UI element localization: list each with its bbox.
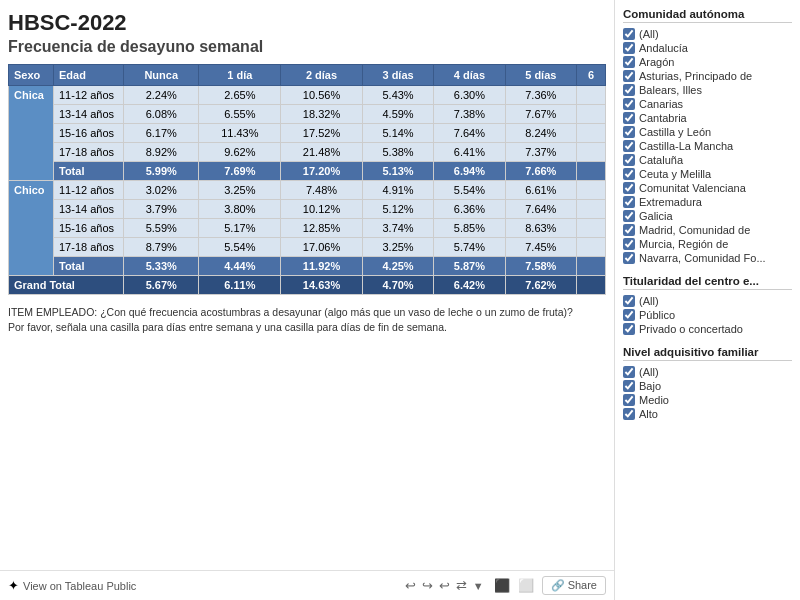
- col-header-4dias: 4 días: [434, 65, 505, 86]
- filter-item[interactable]: Galicia: [623, 209, 792, 223]
- redo-icon[interactable]: ↪: [422, 578, 433, 593]
- filter-item[interactable]: Canarias: [623, 97, 792, 111]
- table-row: 15-16 años 6.17% 11.43% 17.52% 5.14% 7.6…: [9, 124, 606, 143]
- data-cell: [577, 238, 606, 257]
- nivel-filter: Nivel adquisitivo familiar (All) Bajo Me…: [623, 346, 792, 421]
- data-cell: 17.52%: [281, 124, 363, 143]
- filter-item[interactable]: Aragón: [623, 55, 792, 69]
- data-cell: 8.79%: [124, 238, 199, 257]
- data-cell: 11.92%: [281, 257, 363, 276]
- filter-checkbox[interactable]: [623, 70, 635, 82]
- filter-item[interactable]: Andalucía: [623, 41, 792, 55]
- filter-checkbox[interactable]: [623, 196, 635, 208]
- filter-checkbox[interactable]: [623, 309, 635, 321]
- edad-cell: 17-18 años: [54, 238, 124, 257]
- data-cell: 3.80%: [199, 200, 281, 219]
- filter-checkbox[interactable]: [623, 224, 635, 236]
- data-cell: 7.64%: [505, 200, 576, 219]
- data-cell: 5.59%: [124, 219, 199, 238]
- filter-item[interactable]: Privado o concertado: [623, 322, 792, 336]
- share-button[interactable]: 🔗 Share: [542, 576, 606, 595]
- filter-checkbox[interactable]: [623, 238, 635, 250]
- filter-checkbox[interactable]: [623, 140, 635, 152]
- filter-item[interactable]: Cantabria: [623, 111, 792, 125]
- filter-item[interactable]: (All): [623, 365, 792, 379]
- data-cell: 4.25%: [362, 257, 433, 276]
- filter-label: Andalucía: [639, 42, 688, 54]
- filter-label: Cantabria: [639, 112, 687, 124]
- filter-label: Navarra, Comunidad Fo...: [639, 252, 766, 264]
- filter-checkbox[interactable]: [623, 323, 635, 335]
- filter-checkbox[interactable]: [623, 42, 635, 54]
- filter-label: Cataluña: [639, 154, 683, 166]
- download-icon[interactable]: ⬛: [494, 578, 510, 593]
- edad-cell: 13-14 años: [54, 200, 124, 219]
- data-cell: 5.33%: [124, 257, 199, 276]
- data-cell: 5.38%: [362, 143, 433, 162]
- filter-item[interactable]: Balears, Illes: [623, 83, 792, 97]
- filter-label: (All): [639, 295, 659, 307]
- filter-item[interactable]: Medio: [623, 393, 792, 407]
- data-cell: 6.55%: [199, 105, 281, 124]
- tableau-public-link[interactable]: ✦ View on Tableau Public: [8, 578, 136, 593]
- data-cell: 8.63%: [505, 219, 576, 238]
- filter-item[interactable]: Madrid, Comunidad de: [623, 223, 792, 237]
- nav-arrow[interactable]: ▼: [473, 580, 484, 592]
- filter-label: Privado o concertado: [639, 323, 743, 335]
- filter-checkbox[interactable]: [623, 126, 635, 138]
- filter-label: Balears, Illes: [639, 84, 702, 96]
- data-cell: 10.56%: [281, 86, 363, 105]
- filter-item[interactable]: Comunitat Valenciana: [623, 181, 792, 195]
- filter-item[interactable]: Asturias, Principado de: [623, 69, 792, 83]
- filter-checkbox[interactable]: [623, 366, 635, 378]
- filter-checkbox[interactable]: [623, 112, 635, 124]
- filter-checkbox[interactable]: [623, 154, 635, 166]
- filter-checkbox[interactable]: [623, 252, 635, 264]
- data-cell: 3.25%: [362, 238, 433, 257]
- data-cell: 7.69%: [199, 162, 281, 181]
- data-cell: 3.79%: [124, 200, 199, 219]
- data-cell: 7.62%: [505, 276, 576, 295]
- filter-item[interactable]: Castilla y León: [623, 125, 792, 139]
- filter-checkbox[interactable]: [623, 168, 635, 180]
- filter-checkbox[interactable]: [623, 295, 635, 307]
- filter-item[interactable]: (All): [623, 294, 792, 308]
- filter-checkbox[interactable]: [623, 408, 635, 420]
- data-cell: 6.17%: [124, 124, 199, 143]
- data-cell: 4.59%: [362, 105, 433, 124]
- table-row: 13-14 años 3.79% 3.80% 10.12% 5.12% 6.36…: [9, 200, 606, 219]
- filter-all-item[interactable]: (All): [623, 27, 792, 41]
- reset-icon[interactable]: ↩: [439, 578, 450, 593]
- filter-checkbox[interactable]: [623, 182, 635, 194]
- filter-label: Castilla-La Mancha: [639, 140, 733, 152]
- filter-checkbox[interactable]: [623, 56, 635, 68]
- fullscreen-icon[interactable]: ⬜: [518, 578, 534, 593]
- filter-all-checkbox[interactable]: [623, 28, 635, 40]
- filter-item[interactable]: Alto: [623, 407, 792, 421]
- filter-panel: Comunidad autónoma (All) Andalucía Aragó…: [614, 0, 800, 600]
- data-cell: 2.65%: [199, 86, 281, 105]
- pause-icon[interactable]: ⇄: [456, 578, 467, 593]
- filter-checkbox[interactable]: [623, 84, 635, 96]
- filter-item[interactable]: Bajo: [623, 379, 792, 393]
- undo-icon[interactable]: ↩: [405, 578, 416, 593]
- filter-item[interactable]: Ceuta y Melilla: [623, 167, 792, 181]
- edad-cell: 13-14 años: [54, 105, 124, 124]
- data-cell: [577, 200, 606, 219]
- filter-item[interactable]: Cataluña: [623, 153, 792, 167]
- comunidad-filter: Comunidad autónoma (All) Andalucía Aragó…: [623, 8, 792, 265]
- data-cell: [577, 105, 606, 124]
- filter-checkbox[interactable]: [623, 394, 635, 406]
- filter-item[interactable]: Extremadura: [623, 195, 792, 209]
- data-cell: 4.91%: [362, 181, 433, 200]
- filter-checkbox[interactable]: [623, 210, 635, 222]
- col-header-6: 6: [577, 65, 606, 86]
- col-header-sexo: Sexo: [9, 65, 54, 86]
- filter-item[interactable]: Navarra, Comunidad Fo...: [623, 251, 792, 265]
- filter-item[interactable]: Murcia, Región de: [623, 237, 792, 251]
- filter-checkbox[interactable]: [623, 380, 635, 392]
- filter-item[interactable]: Castilla-La Mancha: [623, 139, 792, 153]
- filter-item[interactable]: Público: [623, 308, 792, 322]
- filter-checkbox[interactable]: [623, 98, 635, 110]
- col-header-nunca: Nunca: [124, 65, 199, 86]
